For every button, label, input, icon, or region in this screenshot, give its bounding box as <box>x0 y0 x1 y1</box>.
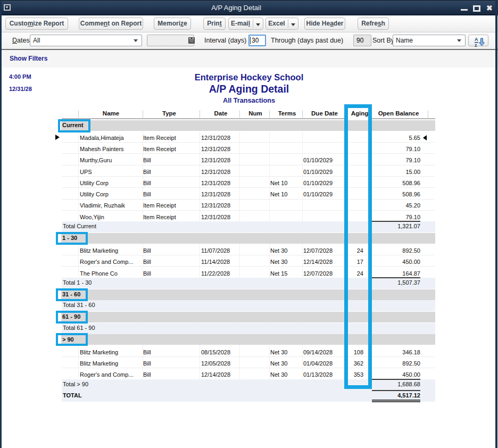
svg-text:z: z <box>475 43 477 47</box>
svg-text:A: A <box>475 37 478 42</box>
